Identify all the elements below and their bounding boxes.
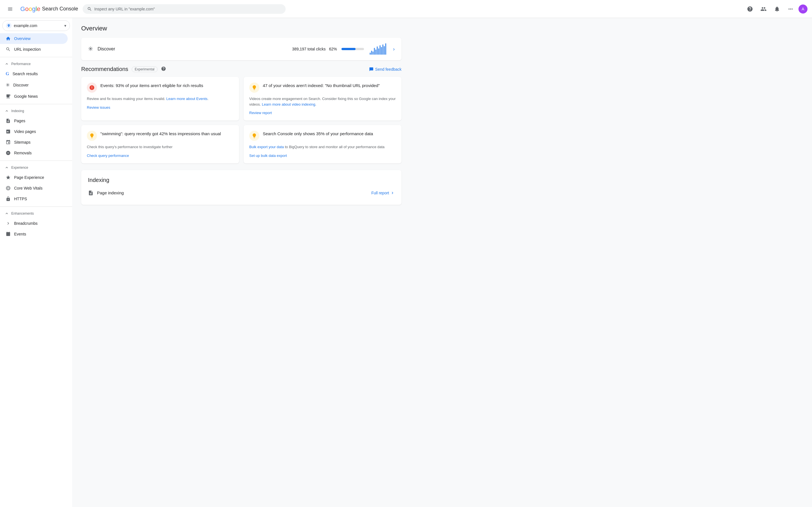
collapse-icon	[4, 165, 9, 170]
chart-bar	[379, 45, 380, 55]
sidebar-item-https[interactable]: HTTPS	[0, 193, 68, 204]
section-header-enhancements[interactable]: Enhancements	[0, 209, 72, 218]
discover-progress-bar	[342, 48, 364, 50]
sidebar-label-sitemaps: Sitemaps	[14, 140, 31, 145]
full-report-text: Full report	[371, 191, 389, 195]
section-label-enhancements: Enhancements	[11, 212, 34, 216]
google-logo: Google	[20, 5, 40, 13]
google-g-icon: G	[6, 71, 9, 76]
learn-more-events-link[interactable]: Learn more about Events	[166, 97, 207, 101]
chart-bar	[374, 48, 375, 55]
property-selector[interactable]: example.com ▾	[2, 20, 70, 31]
review-issues-link[interactable]: Review issues	[87, 105, 110, 110]
chart-bar	[370, 53, 371, 55]
chart-bar	[372, 52, 373, 55]
sidebar-item-search-results[interactable]: G Search results	[0, 68, 68, 79]
bulk-export-link[interactable]: Bulk export your data	[249, 145, 284, 149]
check-query-performance-link[interactable]: Check query performance	[87, 154, 129, 158]
search-icon	[6, 47, 11, 52]
manage-users-button[interactable]	[758, 3, 769, 15]
help-circle-icon[interactable]	[161, 66, 166, 72]
sidebar-item-events[interactable]: Events	[0, 229, 68, 239]
sidebar-item-pages[interactable]: Pages	[0, 115, 68, 126]
chart-bar	[375, 50, 376, 55]
sidebar-label-core-web-vitals: Core Web Vitals	[14, 186, 43, 190]
sidebar-item-google-news[interactable]: Google News	[0, 91, 68, 102]
help-button[interactable]	[744, 3, 756, 15]
recommendations-grid: Events: 93% of your items aren't eligibl…	[81, 77, 402, 163]
recommendation-card-bulk-export: Search Console only shows 35% of your pe…	[244, 125, 402, 163]
recommendation-card-events: Events: 93% of your items aren't eligibl…	[81, 77, 239, 121]
discover-stats: 389,197 total clicks 62%	[292, 43, 389, 55]
rec-card-header: Events: 93% of your items aren't eligibl…	[87, 82, 234, 93]
rec-card-title-swimming: "swimming": query recently got 42% less …	[100, 131, 221, 136]
sidebar-item-page-experience[interactable]: Page Experience	[0, 172, 68, 183]
breadcrumbs-icon	[6, 221, 11, 226]
chart-bar	[384, 46, 385, 55]
discover-label: Discover	[98, 47, 288, 52]
sitemaps-icon	[6, 140, 11, 145]
sidebar-label-overview: Overview	[14, 36, 31, 41]
collapse-icon	[4, 62, 9, 66]
notifications-button[interactable]	[771, 3, 783, 15]
section-header-performance[interactable]: Performance	[0, 59, 72, 68]
learn-more-video-link[interactable]: Learn more about video indexing	[262, 102, 315, 107]
sidebar-label-url-inspection: URL inspection	[14, 47, 41, 52]
section-header-experience[interactable]: Experience	[0, 163, 72, 172]
rec-card-header: "swimming": query recently got 42% less …	[87, 131, 234, 141]
rec-card-desc-video: Videos create more engagement on Search.…	[249, 96, 396, 107]
video-icon	[6, 129, 11, 134]
setup-bulk-export-link[interactable]: Set up bulk data export	[249, 154, 287, 158]
sidebar-item-removals[interactable]: Removals	[0, 148, 68, 158]
apps-button[interactable]	[785, 3, 796, 15]
sidebar-item-video-pages[interactable]: Video pages	[0, 126, 68, 137]
events-icon	[6, 231, 11, 237]
avatar[interactable]: A	[799, 4, 808, 13]
rec-card-header: Search Console only shows 35% of your pe…	[249, 131, 396, 141]
discover-icon: ✳	[6, 82, 10, 88]
rec-card-title-bulk-export: Search Console only shows 35% of your pe…	[263, 131, 373, 136]
menu-button[interactable]	[4, 3, 16, 15]
page-experience-icon	[6, 175, 11, 180]
sidebar-label-search-results: Search results	[12, 71, 38, 76]
main-content: Overview ✳ Discover 389,197 total clicks…	[72, 18, 410, 217]
chart-bar	[381, 47, 382, 55]
main-content-area: Overview ✳ Discover 389,197 total clicks…	[72, 18, 812, 507]
rec-card-desc-events: Review and fix issues making your items …	[87, 96, 234, 102]
collapse-icon	[4, 109, 9, 113]
collapse-icon	[4, 211, 9, 216]
full-report-link[interactable]: Full report	[371, 191, 395, 195]
send-feedback-label: Send feedback	[375, 67, 402, 71]
nav-divider-3	[0, 161, 72, 161]
sidebar-item-sitemaps[interactable]: Sitemaps	[0, 137, 68, 148]
send-feedback-button[interactable]: Send feedback	[369, 67, 402, 71]
app-logo: Google Search Console	[20, 5, 78, 13]
sidebar-item-discover[interactable]: ✳ Discover	[0, 79, 68, 91]
discover-arrow-icon[interactable]: ›	[393, 46, 395, 52]
sidebar-item-url-inspection[interactable]: URL inspection	[0, 44, 68, 55]
chart-bar	[385, 43, 386, 55]
sidebar-label-page-experience: Page Experience	[14, 175, 44, 180]
page-indexing-row: Page indexing Full report	[88, 188, 395, 198]
chart-bar	[382, 45, 384, 55]
property-icon	[6, 23, 11, 29]
search-input[interactable]	[94, 7, 281, 11]
rec-card-title-video: 47 of your videos aren't indexed: "No th…	[263, 82, 380, 89]
sidebar-item-overview[interactable]: Overview	[0, 33, 68, 44]
nav-divider-4	[0, 207, 72, 207]
property-name: example.com	[14, 23, 62, 28]
rec-card-desc-bulk-export: Bulk export your data to BigQuery to sto…	[249, 144, 396, 150]
news-icon	[6, 94, 11, 99]
search-bar[interactable]	[83, 4, 286, 14]
review-report-link[interactable]: Review report	[249, 111, 272, 115]
indexing-section: Indexing Page indexing Full report	[81, 170, 402, 205]
rec-card-title-events: Events: 93% of your items aren't eligibl…	[100, 82, 203, 89]
section-header-indexing[interactable]: Indexing	[0, 107, 72, 115]
nav-divider-2	[0, 104, 72, 104]
sidebar-item-core-web-vitals[interactable]: Core Web Vitals	[0, 183, 68, 193]
page-indexing-icon	[88, 190, 94, 196]
section-label-indexing: Indexing	[11, 109, 24, 113]
info-icon	[87, 131, 97, 141]
info-icon	[249, 131, 259, 141]
sidebar-item-breadcrumbs[interactable]: Breadcrumbs	[0, 218, 68, 229]
